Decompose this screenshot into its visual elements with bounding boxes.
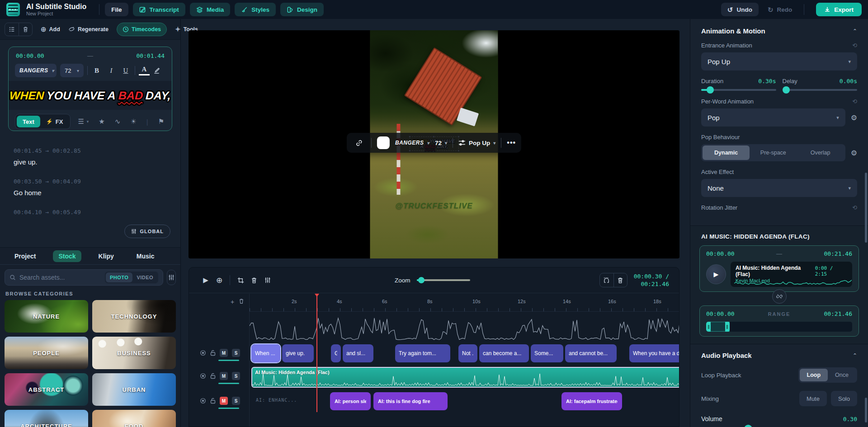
zoom-slider[interactable]: [417, 279, 470, 281]
subtitle-text-preview[interactable]: WHENYOU HAVE ABADDAY,: [9, 81, 172, 110]
toggle-video[interactable]: VIDEO: [132, 272, 157, 282]
tab-stock[interactable]: Stock: [53, 250, 81, 262]
music-play-button[interactable]: ▶: [706, 264, 726, 284]
mute-button[interactable]: M: [220, 349, 228, 357]
randomize-icon[interactable]: ⟲: [852, 204, 857, 211]
subtitle-clip[interactable]: Try again tom...: [395, 344, 450, 362]
regenerate-button[interactable]: Regenerate: [68, 26, 108, 33]
link-icon[interactable]: [352, 136, 366, 150]
lock-icon[interactable]: [210, 398, 216, 404]
tab-klipy[interactable]: Klipy: [93, 250, 119, 262]
snap-toggle-button[interactable]: [600, 273, 613, 287]
randomize-icon[interactable]: ⟲: [852, 98, 857, 105]
category-nature[interactable]: NATURE: [5, 300, 88, 333]
subtitle-clip[interactable]: can become a...: [479, 344, 529, 362]
search-input[interactable]: [19, 274, 101, 281]
highlight-color-button[interactable]: [153, 67, 164, 74]
solo-button[interactable]: S: [232, 372, 240, 380]
delay-slider[interactable]: [783, 89, 858, 91]
text-color-button[interactable]: A: [139, 66, 150, 75]
subtitle-clip[interactable]: and cannot be...: [565, 344, 617, 362]
collapse-chevron-icon[interactable]: ⌃: [853, 352, 857, 359]
visibility-icon[interactable]: [200, 350, 206, 356]
music-start-time[interactable]: 00:00.00: [706, 250, 735, 257]
mute-button[interactable]: Mute: [799, 391, 827, 406]
star-icon[interactable]: ★: [99, 117, 104, 126]
subtitle-clip[interactable]: G: [331, 344, 341, 362]
music-player-card[interactable]: AI Music: Hidden Agenda (Flac) 0:00 / 2:…: [731, 262, 852, 287]
toggle-photo[interactable]: PHOTO: [106, 272, 132, 282]
bold-button[interactable]: B: [91, 67, 102, 75]
mute-button[interactable]: M: [220, 372, 228, 380]
subtitle-clip[interactable]: Some...: [531, 344, 563, 362]
add-subtitle-button[interactable]: ⊕Add: [41, 26, 60, 33]
add-track-icon[interactable]: +: [231, 298, 234, 305]
delete-track-icon[interactable]: [239, 298, 244, 305]
list-style-icon[interactable]: ☰: [78, 117, 84, 126]
range-handle-left[interactable]: [706, 322, 711, 332]
cue-item[interactable]: 00:01.45 → 00:02.85give up.: [14, 147, 180, 166]
subtitle-clip[interactable]: Not ...: [458, 344, 477, 362]
category-technology[interactable]: TECHNOLOGY: [92, 300, 176, 333]
export-button[interactable]: Export: [816, 3, 862, 16]
category-food[interactable]: FOOD: [92, 410, 176, 427]
toolbar-font-select[interactable]: BANGERS▾: [395, 140, 429, 146]
crop-tool-button[interactable]: [234, 273, 247, 287]
category-architecture[interactable]: ARCHITECTURE: [5, 410, 88, 427]
tab-music[interactable]: Music: [131, 250, 160, 262]
fill-color-swatch[interactable]: [377, 136, 390, 149]
range-slider[interactable]: [706, 322, 852, 332]
unlink-button[interactable]: [772, 289, 787, 304]
music-end-time[interactable]: 00:21.46: [824, 250, 852, 257]
delete-clip-button[interactable]: [247, 273, 261, 287]
category-abstract[interactable]: ABSTRACT: [5, 373, 88, 406]
pop-option-pre-space[interactable]: Pre-space: [750, 145, 797, 160]
randomize-icon[interactable]: ⟲: [852, 42, 857, 49]
italic-button[interactable]: I: [106, 67, 117, 75]
audio-clip[interactable]: AI Music: Hidden Agenda (Flac): [251, 367, 679, 388]
tab-media[interactable]: Media: [190, 3, 230, 16]
pop-option-dynamic[interactable]: Dynamic: [703, 145, 750, 160]
font-family-select[interactable]: BANGERS▾: [15, 64, 57, 77]
loop-option[interactable]: Loop: [800, 369, 828, 381]
subtitle-clip[interactable]: When ...: [251, 344, 280, 362]
tab-transcript[interactable]: Transcript: [133, 3, 185, 16]
list-view-icon[interactable]: [5, 23, 19, 36]
filter-button[interactable]: [167, 270, 176, 285]
collapse-chevron-icon[interactable]: ⌃: [853, 28, 857, 34]
pulse-icon[interactable]: ∿: [115, 117, 121, 126]
delete-track-button[interactable]: [613, 273, 627, 287]
category-business[interactable]: BUSINESS: [92, 337, 176, 369]
video-preview-stage[interactable]: WHENYOU HAVEABADDAY, @TRUCKFESTLIVE BANG…: [189, 30, 679, 258]
cue-end-time[interactable]: 00:01.44: [136, 52, 165, 59]
per-word-animation-select[interactable]: Pop▾: [701, 108, 845, 127]
range-start-time[interactable]: 00:00.00: [706, 310, 735, 317]
timeline-ruler[interactable]: 2s4s6s8s10s12s14s16s18s: [250, 294, 679, 312]
ai-clip[interactable]: AI: facepalm frustrated: [561, 392, 622, 410]
category-people[interactable]: PEOPLE: [5, 337, 88, 369]
solo-button[interactable]: S: [232, 349, 240, 357]
solo-button[interactable]: S: [232, 397, 240, 405]
tab-styles[interactable]: Styles: [235, 3, 276, 16]
active-effect-select[interactable]: None▾: [701, 179, 857, 197]
sun-icon[interactable]: ☀: [130, 117, 136, 126]
underline-button[interactable]: U: [120, 67, 131, 75]
subtitle-clip[interactable]: When you have a d...: [629, 344, 679, 362]
font-size-select[interactable]: 72▾: [60, 64, 84, 77]
duration-slider[interactable]: [701, 89, 776, 91]
scrollbar-thumb[interactable]: [865, 173, 867, 243]
lock-icon[interactable]: [210, 373, 216, 379]
pop-option-overlap[interactable]: Overlap: [797, 145, 844, 160]
cue-start-time[interactable]: 00:00.00: [16, 52, 44, 59]
file-menu-button[interactable]: File: [105, 3, 128, 16]
gear-icon[interactable]: ⚙: [851, 149, 857, 157]
subtitle-clip[interactable]: and sl...: [343, 344, 373, 362]
lock-icon[interactable]: [210, 350, 216, 356]
mute-button[interactable]: M: [220, 397, 228, 405]
toolbar-animation-select[interactable]: Pop Up▾: [458, 140, 495, 146]
track-settings-button[interactable]: [261, 273, 274, 287]
tab-fx[interactable]: ⚡FX: [40, 116, 69, 127]
solo-button[interactable]: Solo: [831, 391, 857, 406]
redo-button[interactable]: ↻Redo: [761, 3, 798, 16]
tab-design[interactable]: Design: [280, 3, 324, 16]
